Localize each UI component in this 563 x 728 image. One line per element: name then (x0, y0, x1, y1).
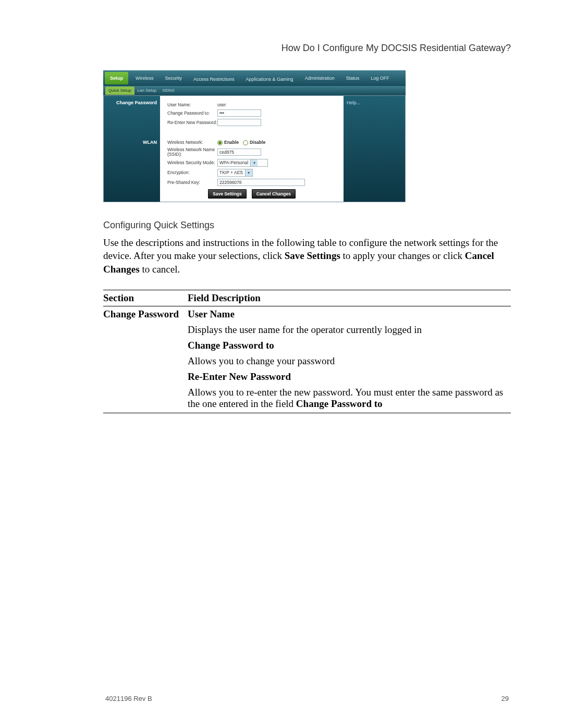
label-ssid: Wireless Network Name (SSID): (167, 147, 217, 157)
field-reenter-password: Re-Enter New Password (188, 371, 291, 382)
tab-access-restrictions[interactable]: Access Restrictions (188, 75, 240, 82)
label-security-mode: Wireless Security Mode: (167, 161, 217, 165)
caption-configuring-quick-settings: Configuring Quick Settings (103, 220, 511, 231)
sub-nav: Quick Setup Lan Setup DDNS (103, 86, 406, 95)
main-nav: Setup Wireless Security Access Restricti… (103, 70, 406, 86)
desc-change-password-to: Allows you to change your password (188, 353, 511, 369)
side-labels: Change Password WLAN (104, 96, 160, 202)
tab-applications-gaming[interactable]: Applications & Gaming (240, 75, 299, 82)
radio-disable[interactable]: Disable (243, 140, 265, 145)
tab-status[interactable]: Status (340, 70, 365, 86)
form-area: User Name: user Change Password to: ••• … (160, 96, 344, 202)
label-encryption: Encryption: (167, 170, 217, 175)
input-reenter-password[interactable] (217, 119, 261, 126)
footer-page-number: 29 (501, 695, 509, 702)
tab-administration[interactable]: Administration (299, 70, 340, 86)
chevron-down-icon: ▾ (250, 159, 258, 166)
label-change-password: Change Password to: (167, 110, 217, 116)
subtab-lan-setup[interactable]: Lan Setup (134, 87, 160, 95)
section-change-password: Change Password (104, 96, 160, 107)
tab-security[interactable]: Security (160, 70, 188, 86)
tab-logoff[interactable]: Log OFF (365, 70, 395, 86)
router-screenshot: Setup Wireless Security Access Restricti… (103, 70, 406, 202)
input-change-password[interactable]: ••• (217, 109, 261, 117)
desc-user-name: Displays the user name for the operator … (188, 322, 511, 338)
subtab-quick-setup[interactable]: Quick Setup (105, 87, 134, 95)
help-link[interactable]: Help... (347, 100, 360, 105)
help-panel: Help... (344, 96, 405, 202)
field-description-table: Section Field Description Change Passwor… (103, 290, 511, 413)
label-psk: Pre-Shared Key: (167, 180, 217, 185)
label-wireless-network: Wireless Network: (167, 140, 217, 145)
label-reenter-password: Re-Enter New Password: (167, 120, 217, 125)
label-user-name: User Name: (167, 102, 217, 107)
desc-reenter-password: Allows you to re-enter the new password.… (188, 385, 511, 413)
select-security-mode[interactable]: WPA-Personal▾ (217, 159, 268, 167)
col-section: Section (103, 290, 188, 306)
cancel-changes-button[interactable]: Cancel Changes (252, 189, 296, 199)
section-wlan: WLAN (104, 135, 160, 147)
col-field-description: Field Description (188, 290, 511, 306)
field-user-name: User Name (188, 309, 235, 319)
footer-docid: 4021196 Rev B (105, 695, 152, 702)
chevron-down-icon: ▾ (245, 169, 252, 176)
input-ssid[interactable]: ced875 (217, 149, 261, 156)
input-psk[interactable]: 222596078 (217, 179, 305, 186)
intro-paragraph: Use the descriptions and instructions in… (103, 236, 511, 276)
subtab-ddns[interactable]: DDNS (160, 87, 178, 95)
radio-dot-icon (217, 140, 223, 145)
radio-enable[interactable]: Enable (217, 140, 239, 145)
tab-setup[interactable]: Setup (105, 72, 128, 84)
field-change-password-to: Change Password to (188, 340, 274, 351)
tab-wireless[interactable]: Wireless (130, 70, 160, 86)
value-user-name: user (217, 102, 226, 107)
section-cell: Change Password (103, 306, 188, 322)
page-footer: 4021196 Rev B 29 (103, 695, 511, 702)
page-title: How Do I Configure My DOCSIS Residential… (103, 43, 511, 54)
select-encryption[interactable]: TKIP + AES▾ (217, 169, 253, 177)
radio-dot-icon (243, 140, 248, 145)
save-settings-button[interactable]: Save Settings (208, 189, 247, 199)
